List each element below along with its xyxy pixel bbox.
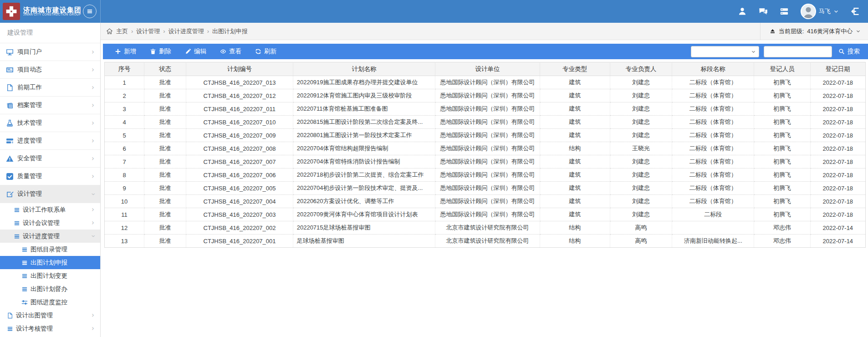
sidebar-item-technology-mgmt[interactable]: 技术管理› (0, 114, 100, 132)
table-row[interactable]: 12批准CTJHSB_416_202207_00220220715足球场桩基报审… (105, 221, 866, 235)
table-cell: 批准 (144, 155, 186, 168)
table-row[interactable]: 11批准CTJHSB_416_202207_00320220709黄河体育中心体… (105, 208, 866, 221)
sidebar-item-drawing-plan-report[interactable]: 出图计划申报 (0, 256, 100, 269)
menu-toggle-button[interactable] (83, 5, 97, 18)
table-row[interactable]: 7批准CTJHSB_416_202207_00720220704体育馆特殊消防设… (105, 155, 866, 168)
breadcrumb: 主页›设计管理›设计进度管理›出图计划申报 (101, 27, 248, 36)
chevron-right-icon: › (92, 49, 94, 56)
table-cell (672, 221, 754, 235)
table-cell: 二标段（体育馆） (672, 142, 754, 155)
table-cell: 初腾飞 (754, 116, 810, 129)
sidebar-item-drawing-progress-monitor[interactable]: 图纸进度监控 (0, 296, 100, 309)
tech-icon (6, 119, 14, 127)
table-cell: 初腾飞 (754, 102, 810, 116)
sidebar-item-drawing-plan-supervise[interactable]: 出图计划督办 (0, 282, 100, 296)
table-cell: 7 (105, 155, 144, 168)
sidebar-item-label: 出图计划申报 (31, 259, 67, 267)
sidebar-item-safety-mgmt[interactable]: 安全管理› (0, 150, 100, 168)
table-cell: 20220709黄河体育中心体育馆项目设计计划表 (293, 208, 435, 221)
sidebar-item-label: 图纸目录管理 (31, 245, 67, 254)
sidebar-item-design-mgmt[interactable]: 设计管理› (0, 185, 100, 203)
table-cell: 二标段（体育馆） (672, 129, 754, 142)
table-row[interactable]: 2批准CTJHSB_416_202207_01220220912体育馆施工图内审… (105, 89, 866, 102)
breadcrumb-item[interactable]: 设计管理 (136, 27, 160, 36)
refresh-button[interactable]: 刷新 (250, 45, 281, 58)
sidebar-item-design-output-mgmt[interactable]: 设计出图管理› (0, 309, 100, 322)
table-cell: 批准 (144, 102, 186, 116)
breadcrumb-item: 出图计划申报 (212, 27, 248, 36)
table-cell: CTJHSB_416_202207_008 (186, 142, 293, 155)
table-cell: 二标段（体育馆） (672, 76, 754, 89)
lines-icon (21, 273, 28, 279)
sidebar-section-title: 建设管理 (0, 23, 100, 43)
table-row[interactable]: 4批准CTJHSB_416_202207_01020220815施工图设计阶段第… (105, 116, 866, 129)
table-cell: 二标段（体育馆） (672, 155, 754, 168)
sidebar-item-label: 设计管理 (17, 190, 42, 198)
sidebar-item-project-portal[interactable]: 项目门户› (0, 43, 100, 61)
sidebar-item-design-assessment-mgmt[interactable]: 设计考核管理› (0, 322, 100, 335)
check-icon (6, 173, 14, 180)
chevron-right-icon: › (92, 120, 94, 127)
filter-select[interactable] (691, 46, 759, 57)
search-button[interactable]: 搜索 (837, 45, 862, 58)
sidebar: 建设管理 项目门户›项目动态›前期工作›档案管理›技术管理›进度管理›安全管理›… (0, 23, 101, 337)
sidebar-item-design-contact-sheet[interactable]: 设计工作联系单› (0, 203, 100, 216)
breadcrumb-separator: › (207, 28, 209, 35)
table-cell: 12 (105, 221, 144, 235)
table-cell: 批准 (144, 235, 186, 248)
avatar[interactable] (801, 4, 816, 19)
table-cell: 济南新旧动能转换起... (672, 235, 754, 248)
table-row[interactable]: 3批准CTJHSB_416_202207_01120220711体育馆桩基施工图… (105, 102, 866, 116)
table-cell: 4 (105, 116, 144, 129)
table-row[interactable]: 8批准CTJHSB_416_202207_00620220718初步设计阶第二次… (105, 168, 866, 182)
top-header: 济南城市建设集团 JINAN CITY CONSTRUCTION GROUP (0, 0, 868, 23)
table-row[interactable]: 6批准CTJHSB_416_202207_00820220704体育馆结构超限报… (105, 142, 866, 155)
sidebar-item-quality-mgmt[interactable]: 质量管理› (0, 168, 100, 185)
table-cell: 1 (105, 76, 144, 89)
view-button[interactable]: 查看 (215, 45, 246, 58)
message-icon[interactable] (759, 7, 768, 16)
chevron-down-icon (833, 9, 839, 14)
table-cell: 结构 (540, 142, 610, 155)
delete-button[interactable]: 删除 (145, 45, 176, 58)
table-row[interactable]: 5批准CTJHSB_416_202207_00920220801施工图设计第一阶… (105, 129, 866, 142)
sidebar-item-progress-mgmt[interactable]: 进度管理› (0, 132, 100, 150)
table-cell: 2022-07-18 (810, 168, 865, 182)
apps-icon[interactable] (780, 7, 789, 16)
breadcrumb-bar: 主页›设计管理›设计进度管理›出图计划申报 当前层级: 416黄河体育中心 (101, 23, 868, 40)
table-cell: 2022-07-14 (810, 221, 865, 235)
sidebar-item-label: 设计出图管理 (16, 311, 53, 320)
chevron-down-icon: › (90, 193, 97, 195)
table-row[interactable]: 1批准CTJHSB_416_202207_01320220919施工图成果存档办… (105, 76, 866, 89)
table-row[interactable]: 10批准CTJHSB_416_202207_00420220620方案设计优化、… (105, 195, 866, 208)
user-menu[interactable]: 马飞 (801, 4, 839, 19)
breadcrumb-item[interactable]: 设计进度管理 (168, 27, 204, 36)
sidebar-item-drawing-catalog-mgmt[interactable]: 图纸目录管理 (0, 243, 100, 256)
column-header: 计划编号 (186, 62, 293, 76)
sidebar-item-drawing-plan-change[interactable]: 出图计划变更 (0, 269, 100, 282)
bars-icon (6, 137, 14, 145)
sidebar-item-preliminary-work[interactable]: 前期工作› (0, 79, 100, 97)
search-input[interactable] (764, 46, 832, 57)
username[interactable]: 马飞 (819, 7, 831, 15)
table-cell: 2022-07-18 (810, 129, 865, 142)
table-row[interactable]: 9批准CTJHSB_416_202207_00520220704初步设计第一阶段… (105, 182, 866, 195)
breadcrumb-item[interactable]: 主页 (116, 27, 128, 36)
add-button[interactable]: 新增 (110, 45, 141, 58)
company-name-en: JINAN CITY CONSTRUCTION GROUP (23, 13, 82, 16)
sidebar-item-archives-mgmt[interactable]: 档案管理› (0, 97, 100, 114)
current-level-selector[interactable]: 当前层级: 416黄河体育中心 (760, 23, 868, 40)
breadcrumb-separator: › (163, 28, 165, 35)
lines-icon (7, 326, 13, 332)
table-cell: 刘建忠 (610, 155, 672, 168)
sidebar-item-design-meeting-mgmt[interactable]: 设计会议管理› (0, 216, 100, 230)
table-cell: 9 (105, 182, 144, 195)
logout-icon[interactable] (851, 7, 860, 16)
table-row[interactable]: 13批准CTJHSB_416_202207_001足球场桩基报审图北京市建筑设计… (105, 235, 866, 248)
table-cell: 2022-07-18 (810, 182, 865, 195)
table-cell: 20220715足球场桩基报审图 (293, 221, 435, 235)
user-icon[interactable] (738, 7, 747, 16)
sidebar-item-project-news[interactable]: 项目动态› (0, 61, 100, 79)
edit-button[interactable]: 编辑 (180, 45, 211, 58)
sidebar-item-design-progress-mgmt[interactable]: 设计进度管理› (0, 230, 100, 243)
